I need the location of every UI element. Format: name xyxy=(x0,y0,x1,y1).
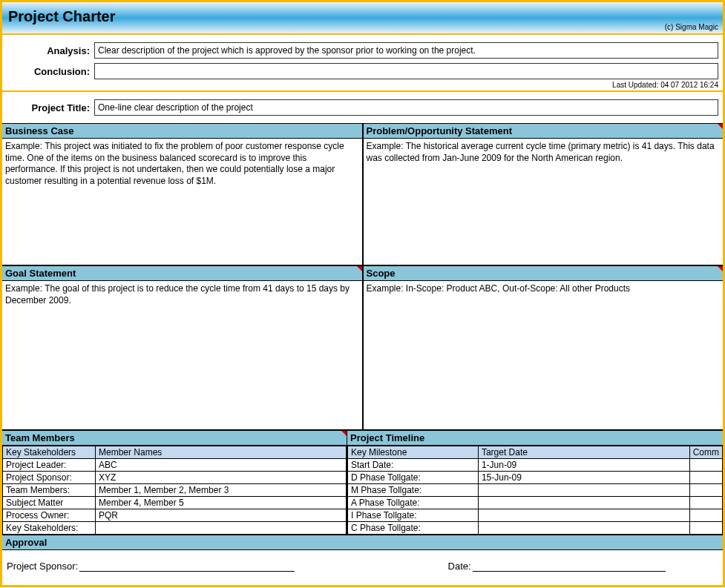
role-cell[interactable]: Key Stakeholders: xyxy=(3,522,96,535)
approval-row: Project Sponsor: Date: xyxy=(2,550,723,585)
date-cell[interactable] xyxy=(478,497,689,509)
goal-header: Goal Statement xyxy=(2,266,362,281)
page-title: Project Charter xyxy=(8,8,715,25)
table-row: Project Leader:ABC xyxy=(3,459,347,472)
project-title-input[interactable]: One-line clear description of the projec… xyxy=(94,99,718,116)
project-charter: Project Charter (c) Sigma Magic Analysis… xyxy=(0,0,725,587)
goal-section: Goal Statement Example: The goal of this… xyxy=(2,265,363,430)
scope-section: Scope Example: In-Scope: Product ABC, Ou… xyxy=(363,265,724,430)
name-cell[interactable]: ABC xyxy=(96,459,347,472)
last-updated-text: Last Updated: 04 07 2012 16:24 xyxy=(2,81,723,90)
comm-cell[interactable] xyxy=(689,497,722,509)
comm-cell[interactable] xyxy=(689,484,722,497)
milestone-cell[interactable]: I Phase Tollgate: xyxy=(348,509,479,522)
table-row: Team Members:Member 1, Member 2, Member … xyxy=(3,484,347,497)
role-cell[interactable]: Project Sponsor: xyxy=(3,472,96,484)
project-title-label: Project Title: xyxy=(7,102,94,113)
row-business-problem: Business Case Example: This project was … xyxy=(2,123,723,265)
copyright-text: (c) Sigma Magic xyxy=(665,23,718,31)
problem-header: Problem/Opportunity Statement xyxy=(364,124,724,139)
problem-header-text: Problem/Opportunity Statement xyxy=(367,125,512,136)
date-cell[interactable]: 1-Jun-09 xyxy=(478,459,689,472)
team-members-header-text: Team Members xyxy=(5,432,75,443)
comm-cell[interactable] xyxy=(689,472,722,484)
table-header-row: Key Stakeholders Member Names xyxy=(3,446,347,459)
milestone-cell[interactable]: D Phase Tollgate: xyxy=(348,472,479,484)
name-cell[interactable]: XYZ xyxy=(96,472,347,484)
scope-body[interactable]: Example: In-Scope: Product ABC, Out-of-S… xyxy=(364,281,724,429)
timeline-table: Key Milestone Target Date Comm Start Dat… xyxy=(347,446,723,535)
row-goal-scope: Goal Statement Example: The goal of this… xyxy=(2,265,723,430)
team-members-header: Team Members xyxy=(2,431,347,446)
table-header-row: Key Milestone Target Date Comm xyxy=(348,446,723,459)
business-case-header: Business Case xyxy=(2,124,362,139)
row-team-timeline: Team Members Key Stakeholders Member Nam… xyxy=(2,430,723,535)
goal-header-text: Goal Statement xyxy=(5,268,76,279)
name-cell[interactable]: Member 1, Member 2, Member 3 xyxy=(96,484,347,497)
col-key-milestone: Key Milestone xyxy=(348,446,479,459)
sponsor-signature-line[interactable] xyxy=(79,571,295,572)
analysis-input[interactable]: Clear description of the project which i… xyxy=(94,42,718,59)
role-cell[interactable]: Team Members: xyxy=(3,484,96,497)
conclusion-row: Conclusion: xyxy=(2,60,723,81)
comment-indicator-icon[interactable] xyxy=(357,266,362,271)
table-row: I Phase Tollgate: xyxy=(348,509,723,522)
scope-header-text: Scope xyxy=(367,268,396,279)
milestone-cell[interactable]: A Phase Tollgate: xyxy=(348,497,479,509)
table-row: D Phase Tollgate:15-Jun-09 xyxy=(348,472,723,484)
role-cell[interactable]: Process Owner: xyxy=(3,509,96,522)
table-row: C Phase Tollgate: xyxy=(348,522,723,535)
business-case-body[interactable]: Example: This project was initiated to f… xyxy=(2,139,362,265)
table-row: Start Date:1-Jun-09 xyxy=(348,459,723,472)
date-cell[interactable] xyxy=(478,509,689,522)
timeline-header: Project Timeline xyxy=(347,431,723,446)
milestone-cell[interactable]: M Phase Tollgate: xyxy=(348,484,479,497)
project-title-row: Project Title: One-line clear descriptio… xyxy=(2,92,723,123)
name-cell[interactable]: Member 4, Member 5 xyxy=(96,497,347,509)
problem-section: Problem/Opportunity Statement Example: T… xyxy=(363,123,724,265)
col-key-stakeholders: Key Stakeholders xyxy=(3,446,96,459)
charter-header: Project Charter (c) Sigma Magic xyxy=(2,2,723,35)
date-signature-line[interactable] xyxy=(473,571,666,572)
team-members-section: Team Members Key Stakeholders Member Nam… xyxy=(2,431,347,535)
comm-cell[interactable] xyxy=(689,509,722,522)
comm-cell[interactable] xyxy=(689,459,722,472)
conclusion-label: Conclusion: xyxy=(7,66,94,77)
timeline-section: Project Timeline Key Milestone Target Da… xyxy=(347,431,723,535)
table-row: Key Stakeholders: xyxy=(3,522,347,535)
goal-body[interactable]: Example: The goal of this project is to … xyxy=(2,281,362,429)
table-row: M Phase Tollgate: xyxy=(348,484,723,497)
name-cell[interactable]: PQR xyxy=(96,509,347,522)
col-comm: Comm xyxy=(689,446,722,459)
analysis-label: Analysis: xyxy=(7,45,94,56)
conclusion-input[interactable] xyxy=(94,63,718,79)
col-target-date: Target Date xyxy=(478,446,689,459)
table-row: Subject MatterMember 4, Member 5 xyxy=(3,497,347,509)
table-row: A Phase Tollgate: xyxy=(348,497,723,509)
date-signature: Date: xyxy=(448,561,718,572)
business-case-section: Business Case Example: This project was … xyxy=(2,123,363,265)
approval-header: Approval xyxy=(2,535,723,550)
milestone-cell[interactable]: Start Date: xyxy=(348,459,479,472)
scope-header: Scope xyxy=(364,266,724,281)
name-cell[interactable] xyxy=(96,522,347,535)
comm-cell[interactable] xyxy=(689,522,722,535)
col-member-names: Member Names xyxy=(96,446,347,459)
milestone-cell[interactable]: C Phase Tollgate: xyxy=(348,522,479,535)
team-members-table: Key Stakeholders Member Names Project Le… xyxy=(2,446,347,535)
comment-indicator-icon[interactable] xyxy=(718,266,723,271)
problem-body[interactable]: Example: The historical average current … xyxy=(364,139,724,265)
date-label: Date: xyxy=(448,561,471,572)
date-cell[interactable] xyxy=(478,484,689,497)
date-cell[interactable] xyxy=(478,522,689,535)
comment-indicator-icon[interactable] xyxy=(341,431,347,436)
table-row: Project Sponsor:XYZ xyxy=(3,472,347,484)
comment-indicator-icon[interactable] xyxy=(718,124,723,129)
analysis-row: Analysis: Clear description of the proje… xyxy=(2,35,723,60)
table-row: Process Owner:PQR xyxy=(3,509,347,522)
role-cell[interactable]: Project Leader: xyxy=(3,459,96,472)
sponsor-label: Project Sponsor: xyxy=(7,561,78,572)
sponsor-signature: Project Sponsor: xyxy=(7,561,448,572)
date-cell[interactable]: 15-Jun-09 xyxy=(478,472,689,484)
role-cell[interactable]: Subject Matter xyxy=(3,497,96,509)
